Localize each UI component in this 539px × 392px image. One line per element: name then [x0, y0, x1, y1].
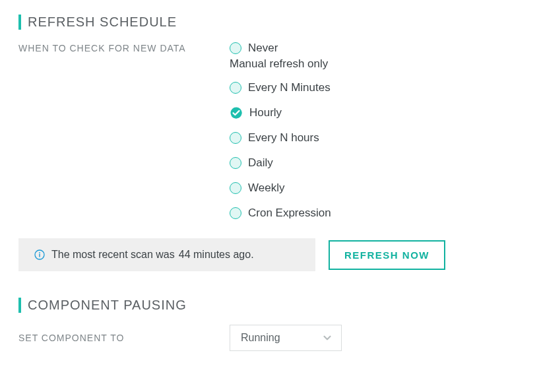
status-text-prefix: The most recent scan was: [51, 249, 175, 261]
radio-sublabel: Manual refresh only: [230, 57, 521, 71]
radio-option-never[interactable]: Never Manual refresh only: [230, 42, 521, 71]
radio-label: Cron Expression: [248, 207, 331, 220]
radio-label: Every N hours: [248, 131, 319, 145]
select-value: Running: [241, 332, 280, 344]
svg-rect-2: [39, 254, 40, 257]
refresh-options: Never Manual refresh only Every N Minute…: [230, 42, 521, 220]
radio-icon: [230, 207, 241, 219]
radio-option-cron[interactable]: Cron Expression: [230, 207, 521, 220]
radio-label: Daily: [248, 156, 273, 170]
radio-option-daily[interactable]: Daily: [230, 156, 521, 170]
radio-option-every-n-minutes[interactable]: Every N Minutes: [230, 81, 521, 94]
radio-icon: [230, 157, 241, 169]
radio-label: Never: [248, 42, 278, 55]
component-pausing-header: COMPONENT PAUSING: [18, 298, 521, 313]
when-to-check-label: WHEN TO CHECK FOR NEW DATA: [18, 42, 230, 53]
radio-icon: [230, 82, 241, 94]
radio-checked-icon: [230, 106, 243, 119]
refresh-schedule-row: WHEN TO CHECK FOR NEW DATA Never Manual …: [18, 42, 521, 220]
info-icon: [34, 249, 45, 260]
status-text-time: 44 minutes ago.: [179, 249, 254, 261]
radio-option-hourly[interactable]: Hourly: [230, 106, 521, 119]
refresh-schedule-header: REFRESH SCHEDULE: [18, 15, 521, 30]
radio-label: Weekly: [248, 181, 284, 195]
set-component-to-label: SET COMPONENT TO: [18, 333, 230, 343]
radio-icon: [230, 182, 241, 194]
last-scan-status: The most recent scan was 44 minutes ago.: [18, 238, 315, 271]
radio-label: Hourly: [249, 106, 282, 119]
refresh-now-button[interactable]: REFRESH NOW: [329, 240, 445, 270]
radio-icon: [230, 42, 241, 54]
radio-label: Every N Minutes: [248, 81, 331, 94]
radio-option-weekly[interactable]: Weekly: [230, 181, 521, 195]
chevron-down-icon: [321, 332, 333, 344]
status-area: The most recent scan was 44 minutes ago.…: [18, 238, 521, 271]
svg-rect-3: [39, 252, 40, 253]
radio-icon: [230, 132, 241, 144]
component-pausing-row: SET COMPONENT TO Running: [18, 325, 521, 351]
component-state-select[interactable]: Running: [230, 325, 342, 351]
radio-option-every-n-hours[interactable]: Every N hours: [230, 131, 521, 145]
